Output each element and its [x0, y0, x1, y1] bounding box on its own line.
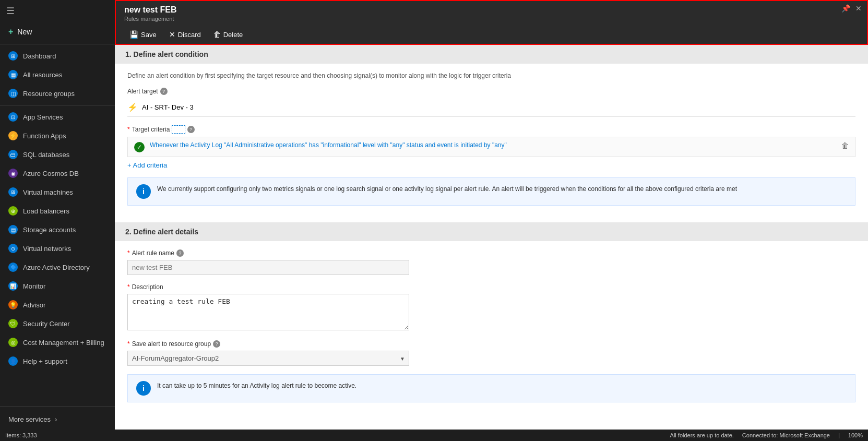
- sidebar-item-label: Cost Management + Billing: [23, 339, 104, 347]
- sidebar-item-label: Load balancers: [23, 207, 69, 215]
- alert-rule-name-input[interactable]: [127, 260, 409, 275]
- dashboard-icon: ⊞: [8, 51, 18, 61]
- app-services-icon: ⊡: [8, 112, 18, 122]
- criteria-info-icon[interactable]: ?: [187, 126, 195, 133]
- section1-header: 1. Define alert condition: [115, 45, 868, 64]
- add-criteria-button[interactable]: + Add criteria: [127, 161, 855, 169]
- sidebar-item-label: All resources: [23, 71, 62, 79]
- sidebar-item-security-center[interactable]: 🛡 Security Center: [0, 314, 115, 333]
- discard-button[interactable]: ✕ Discard: [164, 28, 206, 41]
- storage-accounts-icon: ▤: [8, 225, 18, 234]
- sidebar-item-label: Storage accounts: [23, 226, 76, 234]
- alert-target-row: ⚡ AI - SRT- Dev - 3: [127, 98, 855, 117]
- rule-name-info-icon[interactable]: ?: [176, 249, 184, 257]
- sidebar-item-label: Help + support: [23, 357, 67, 365]
- pin-icon[interactable]: 📌: [841, 4, 850, 13]
- rule-subtitle: Rules management: [124, 16, 859, 22]
- aad-icon: 🔷: [8, 263, 18, 272]
- save-alert-info-icon[interactable]: ?: [213, 340, 220, 348]
- sidebar-item-advisor[interactable]: 💡 Advisor: [0, 295, 115, 314]
- title-bar: 📌 ✕ new test FEB Rules management 💾 Save…: [115, 0, 868, 45]
- advisor-icon: 💡: [8, 300, 18, 309]
- sidebar-item-app-services[interactable]: ⊡ App Services: [0, 108, 115, 126]
- delete-icon: 🗑: [213, 30, 221, 39]
- sidebar-item-label: SQL databases: [23, 151, 69, 159]
- sidebar-item-new[interactable]: + New: [0, 22, 115, 42]
- discard-icon: ✕: [169, 30, 175, 39]
- sidebar-header: ☰: [0, 0, 115, 22]
- info-box1: i We currently support configuring only …: [127, 177, 855, 206]
- criteria-text[interactable]: Whenever the Activity Log "All Administr…: [150, 141, 507, 149]
- sidebar-item-load-balancers[interactable]: ⊕ Load balancers: [0, 201, 115, 220]
- section1-title: 1. Define alert condition: [125, 50, 208, 58]
- sidebar-bottom: More services ›: [0, 404, 115, 430]
- status-left: Items: 3,333: [5, 432, 37, 438]
- alert-target-value: AI - SRT- Dev - 3: [142, 103, 194, 111]
- section2-body: * Alert rule name ? * Description: [115, 241, 868, 430]
- sidebar-item-storage-accounts[interactable]: ▤ Storage accounts: [0, 220, 115, 239]
- save-alert-label: * Save alert to resource group ?: [127, 340, 855, 348]
- sidebar-item-cost-management[interactable]: ◎ Cost Management + Billing: [0, 333, 115, 352]
- rule-title: new test FEB: [124, 4, 859, 16]
- sidebar-item-monitor[interactable]: 📊 Monitor: [0, 277, 115, 295]
- sidebar-more-services[interactable]: More services ›: [0, 409, 115, 430]
- alert-rule-name-group: * Alert rule name ?: [127, 249, 855, 275]
- save-alert-select[interactable]: AI-ForumAggregator-Group2: [127, 351, 409, 366]
- discard-label: Discard: [178, 31, 201, 39]
- target-criteria-label: * Target criteria ?: [127, 125, 855, 134]
- form-area: 1. Define alert condition Define an aler…: [115, 45, 868, 430]
- description-group: * Description: [127, 283, 855, 332]
- sidebar-item-label: Monitor: [23, 282, 45, 290]
- connection-status: Connected to: Microsoft Exchange: [742, 432, 830, 438]
- sidebar-item-all-resources[interactable]: ▦ All resources: [0, 65, 115, 84]
- criteria-trash-icon[interactable]: 🗑: [841, 141, 849, 150]
- main-content: 📌 ✕ new test FEB Rules management 💾 Save…: [115, 0, 868, 430]
- folders-status: All folders are up to date.: [670, 432, 734, 438]
- description-textarea[interactable]: [127, 294, 409, 330]
- resource-groups-icon: ◫: [8, 89, 18, 98]
- sidebar-item-azure-cosmos-db[interactable]: ◉ Azure Cosmos DB: [0, 164, 115, 183]
- cosmos-db-icon: ◉: [8, 169, 18, 178]
- close-icon[interactable]: ✕: [855, 4, 862, 13]
- sidebar-item-azure-active-directory[interactable]: 🔷 Azure Active Directory: [0, 258, 115, 277]
- separator1: |: [838, 432, 840, 438]
- sidebar-divider: [0, 44, 115, 44]
- check-circle-icon: ✓: [134, 142, 145, 152]
- add-criteria-label: + Add criteria: [127, 161, 167, 169]
- section1-body: Define an alert condition by first speci…: [115, 64, 868, 222]
- status-right: All folders are up to date. Connected to…: [670, 432, 863, 438]
- description-label: * Description: [127, 283, 855, 291]
- sidebar-item-virtual-machines[interactable]: 🖥 Virtual machines: [0, 183, 115, 201]
- sidebar-item-sql-databases[interactable]: 🗃 SQL databases: [0, 145, 115, 164]
- info-box1-icon: i: [136, 184, 151, 199]
- save-button[interactable]: 💾 Save: [124, 28, 162, 41]
- alert-target-info-icon[interactable]: ?: [160, 88, 168, 95]
- sidebar: ☰ + New ⊞ Dashboard ▦ All resources ◫ Re…: [0, 0, 115, 430]
- sidebar-item-virtual-networks[interactable]: ⊙ Virtual networks: [0, 239, 115, 258]
- sidebar-item-label: Virtual machines: [23, 188, 73, 196]
- sidebar-item-resource-groups[interactable]: ◫ Resource groups: [0, 84, 115, 103]
- sidebar-item-label: Dashboard: [23, 52, 56, 60]
- status-bar: Items: 3,333 All folders are up to date.…: [0, 430, 868, 441]
- window-controls: 📌 ✕: [841, 4, 862, 13]
- load-balancers-icon: ⊕: [8, 206, 18, 216]
- required-star2: *: [127, 249, 130, 257]
- virtual-machines-icon: 🖥: [8, 187, 18, 197]
- required-star4: *: [127, 340, 130, 348]
- delete-button[interactable]: 🗑 Delete: [208, 28, 248, 41]
- lightning-icon: ⚡: [127, 102, 138, 112]
- section2-header: 2. Define alert details: [115, 222, 868, 241]
- info-box1-text: We currently support configuring only tw…: [157, 184, 737, 194]
- virtual-networks-icon: ⊙: [8, 244, 18, 253]
- hamburger-icon[interactable]: ☰: [6, 5, 15, 17]
- sidebar-item-function-apps[interactable]: ⚡ Function Apps: [0, 126, 115, 145]
- sidebar-item-help-support[interactable]: 👤 Help + support: [0, 352, 115, 371]
- info-box2-text: It can take up to 5 minutes for an Activ…: [157, 381, 356, 390]
- required-star3: *: [127, 283, 130, 291]
- items-count: Items: 3,333: [5, 432, 37, 438]
- alert-rule-name-label: * Alert rule name ?: [127, 249, 855, 257]
- all-resources-icon: ▦: [8, 70, 18, 79]
- sidebar-item-dashboard[interactable]: ⊞ Dashboard: [0, 46, 115, 65]
- alert-target-label: Alert target ?: [127, 88, 855, 95]
- function-apps-icon: ⚡: [8, 131, 18, 140]
